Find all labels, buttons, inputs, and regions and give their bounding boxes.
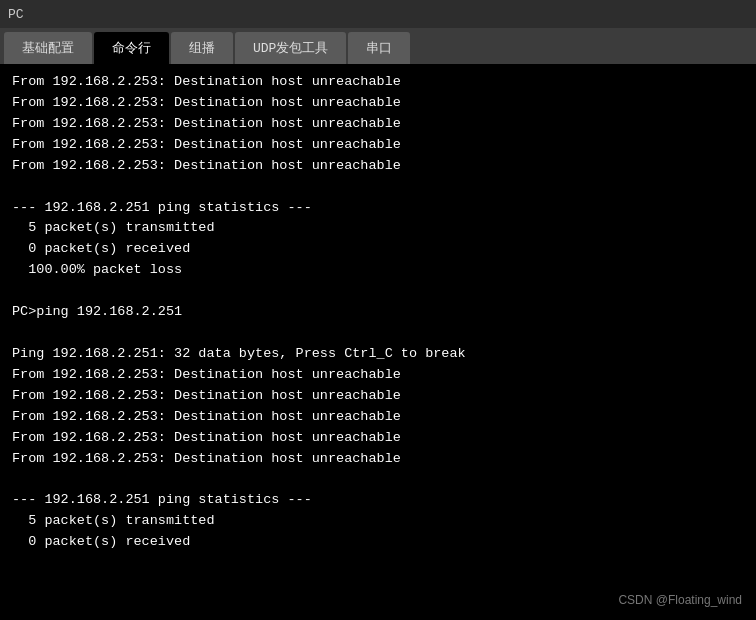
terminal-line: 100.00% packet loss — [12, 260, 744, 281]
terminal-line — [12, 470, 744, 491]
terminal-line: From 192.168.2.253: Destination host unr… — [12, 365, 744, 386]
terminal-line: From 192.168.2.253: Destination host unr… — [12, 386, 744, 407]
terminal-line: From 192.168.2.253: Destination host unr… — [12, 156, 744, 177]
terminal-line: 0 packet(s) received — [12, 532, 744, 553]
terminal-line: PC>ping 192.168.2.251 — [12, 302, 744, 323]
terminal-line: --- 192.168.2.251 ping statistics --- — [12, 198, 744, 219]
tab-serial[interactable]: 串口 — [348, 32, 410, 64]
terminal-line: From 192.168.2.253: Destination host unr… — [12, 428, 744, 449]
terminal-line — [12, 323, 744, 344]
terminal-line: From 192.168.2.253: Destination host unr… — [12, 449, 744, 470]
terminal-line: 0 packet(s) received — [12, 239, 744, 260]
terminal-line: 5 packet(s) transmitted — [12, 511, 744, 532]
terminal-line — [12, 281, 744, 302]
title-bar: PC — [0, 0, 756, 28]
terminal-line: 5 packet(s) transmitted — [12, 218, 744, 239]
terminal-line: From 192.168.2.253: Destination host unr… — [12, 135, 744, 156]
tab-basic[interactable]: 基础配置 — [4, 32, 92, 64]
terminal-line: Ping 192.168.2.251: 32 data bytes, Press… — [12, 344, 744, 365]
tab-udp[interactable]: UDP发包工具 — [235, 32, 346, 64]
tab-multicast[interactable]: 组播 — [171, 32, 233, 64]
terminal-line: From 192.168.2.253: Destination host unr… — [12, 114, 744, 135]
terminal-line — [12, 177, 744, 198]
terminal-line: From 192.168.2.253: Destination host unr… — [12, 407, 744, 428]
window-title: PC — [8, 7, 24, 22]
tab-cmd[interactable]: 命令行 — [94, 32, 169, 64]
tab-bar: 基础配置命令行组播UDP发包工具串口 — [0, 28, 756, 64]
terminal-line: From 192.168.2.253: Destination host unr… — [12, 93, 744, 114]
watermark: CSDN @Floating_wind — [618, 591, 742, 610]
terminal[interactable]: From 192.168.2.253: Destination host unr… — [0, 64, 756, 620]
terminal-line: From 192.168.2.253: Destination host unr… — [12, 72, 744, 93]
terminal-line: --- 192.168.2.251 ping statistics --- — [12, 490, 744, 511]
